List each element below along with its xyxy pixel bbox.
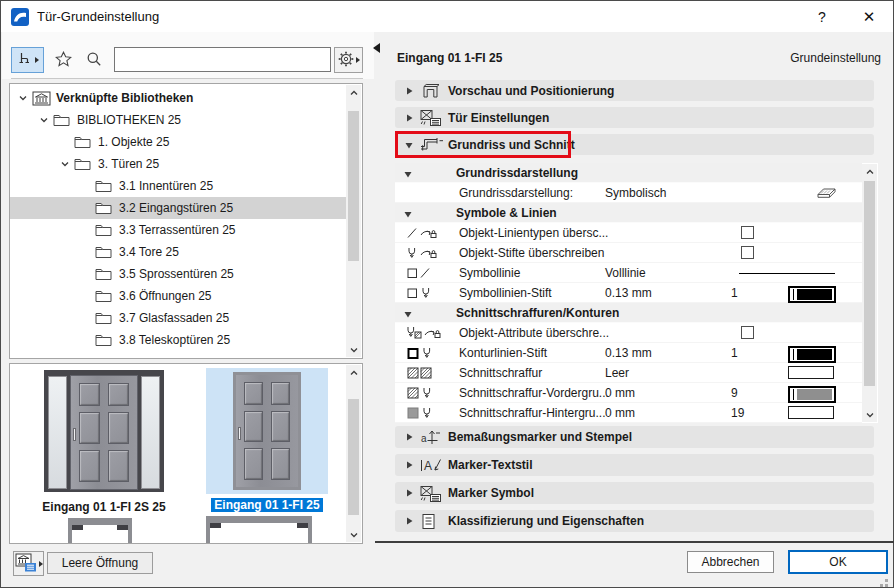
search-button[interactable] — [80, 47, 108, 73]
toolbar-separator — [11, 78, 363, 79]
load-library-button[interactable] — [13, 551, 44, 576]
thumbnail-door-selected[interactable]: Eingang 01 1-FI 25 — [192, 368, 342, 494]
attributes-override-icon — [407, 326, 449, 340]
tree-item-3-1-innentüren-25[interactable]: 3.1 Innentüren 25 — [10, 175, 346, 197]
scroll-down-icon[interactable] — [346, 527, 361, 542]
tree-item-3-6-öffnungen-25[interactable]: 3.6 Öffnungen 25 — [10, 285, 346, 307]
resize-grip-icon[interactable] — [885, 579, 888, 582]
checkbox[interactable] — [741, 246, 754, 259]
tree-item-3-3-terrassentüren-25[interactable]: 3.3 Terrassentüren 25 — [10, 219, 346, 241]
scrollbar-thumb[interactable] — [348, 111, 359, 261]
collapse-panel-icon[interactable] — [372, 42, 381, 54]
linetype-override-icon — [407, 226, 449, 240]
parameter-label: Grundrissdarstellung: — [459, 186, 573, 200]
cancel-button[interactable]: Abbrechen — [687, 551, 774, 573]
favorites-button[interactable] — [48, 47, 78, 73]
object-type-button[interactable] — [11, 47, 44, 73]
dropdown-arrow-icon — [35, 57, 39, 63]
parameter-row-symbollinie[interactable]: SymbollinieVolllinie — [395, 263, 862, 283]
thumbnail-partial[interactable] — [206, 516, 312, 544]
checkbox[interactable] — [741, 226, 754, 239]
checkbox[interactable] — [741, 326, 754, 339]
thumbnail-door-sidelights[interactable]: Eingang 01 1-FI 2S 25 — [22, 370, 186, 492]
pen-color-swatch[interactable] — [788, 386, 836, 403]
tree-scrollbar[interactable] — [346, 85, 361, 357]
search-input[interactable] — [114, 47, 331, 72]
chevron-down-icon[interactable] — [37, 113, 51, 127]
parameter-row-objekt-attribute-überschre[interactable]: Objekt-Attribute überschre... — [395, 323, 862, 343]
tree-item-3-7-glasfassaden-25[interactable]: 3.7 Glasfassaden 25 — [10, 307, 346, 329]
parameter-row-schnittschraffur[interactable]: SchnittschraffurLeer — [395, 363, 862, 383]
parameter-group-symbole-linien[interactable]: Symbole & Linien — [395, 203, 862, 223]
parameter-row-objekt-linientypen-übersc[interactable]: Objekt-Linientypen übersc... — [395, 223, 862, 243]
parameter-row-grundrissdarstellung[interactable]: Grundrissdarstellung:Symbolisch — [395, 183, 862, 203]
section-marker-textstil[interactable]: AMarker-Textstil — [395, 454, 874, 476]
chevron-down-icon[interactable] — [403, 309, 413, 319]
help-button[interactable]: ? — [805, 1, 839, 32]
parameter-value[interactable]: Volllinie — [605, 266, 646, 280]
thumbnail-scrollbar[interactable] — [346, 365, 361, 542]
parameter-group-schnittschraffuren-konturen[interactable]: Schnittschraffuren/Konturen — [395, 303, 862, 323]
settings-button[interactable] — [334, 47, 363, 73]
thumbnail-partial[interactable] — [68, 518, 132, 544]
footer-divider — [375, 541, 894, 543]
svg-text:a: a — [421, 433, 427, 444]
section-klassifizierung-und-eigenschaften[interactable]: Klassifizierung und Eigenschaften — [395, 510, 874, 532]
section-vorschau-und-positionierung[interactable]: Vorschau und Positionierung — [395, 80, 874, 101]
scrollbar-thumb[interactable] — [864, 181, 875, 386]
parameter-row-konturlinien-stift[interactable]: Konturlinien-Stift0.13 mm1 — [395, 343, 862, 363]
tree-item-3-4-tore-25[interactable]: 3.4 Tore 25 — [10, 241, 346, 263]
parameter-row-symbollinien-stift[interactable]: Symbollinien-Stift0.13 mm1 — [395, 283, 862, 303]
parameter-value[interactable]: 0 mm — [605, 406, 635, 420]
empty-opening-button[interactable]: Leere Öffnung — [47, 552, 153, 574]
line-sample[interactable] — [739, 273, 835, 274]
chevron-down-icon[interactable] — [403, 209, 413, 219]
chevron-down-icon[interactable] — [403, 169, 413, 179]
section-bemaßungsmarker-und-stempel[interactable]: aBemaßungsmarker und Stempel — [395, 426, 874, 448]
scrollbar-thumb[interactable] — [348, 399, 359, 515]
scroll-up-icon[interactable] — [346, 365, 361, 380]
tree-item-bibliotheken-25[interactable]: BIBLIOTHEKEN 25 — [10, 109, 346, 131]
marker-textstyle-icon: A — [420, 457, 444, 474]
chevron-down-icon[interactable] — [16, 91, 30, 105]
fill-swatch[interactable] — [788, 366, 834, 379]
library-tree: Verknüpfte BibliothekenBIBLIOTHEKEN 251.… — [9, 83, 363, 359]
parameter-value[interactable]: 0.13 mm — [605, 346, 652, 360]
tree-indent — [79, 245, 93, 259]
tree-item-verknüpfte-bibliotheken[interactable]: Verknüpfte Bibliotheken — [10, 87, 346, 109]
chevron-down-icon[interactable] — [58, 157, 72, 171]
close-button[interactable]: ✕ — [849, 1, 889, 32]
parameter-row-schnittschraffur-vordergru[interactable]: Schnittschraffur-Vordergru...0 mm9 — [395, 383, 862, 403]
tree-item-1-objekte-25[interactable]: 1. Objekte 25 — [10, 131, 346, 153]
section-label: Marker-Textstil — [448, 458, 532, 472]
parameter-label: Objekt-Linientypen übersc... — [459, 226, 608, 240]
parameter-scrollbar[interactable] — [862, 164, 877, 422]
floorplan-display-icon[interactable] — [815, 184, 839, 201]
scroll-up-icon[interactable] — [346, 85, 361, 100]
pen-color-swatch[interactable] — [788, 346, 836, 363]
section-marker-symbol[interactable]: Marker Symbol — [395, 482, 874, 504]
parameter-group-grundrissdarstellung[interactable]: Grundrissdarstellung — [395, 163, 862, 183]
scroll-down-icon[interactable] — [346, 342, 361, 357]
tree-item-label: 3.3 Terrassentüren 25 — [119, 223, 236, 237]
search-icon — [86, 51, 102, 70]
fill-swatch[interactable] — [788, 406, 834, 419]
parameter-group-label: Symbole & Linien — [456, 206, 557, 220]
section-tür-einstellungen[interactable]: Tür Einstellungen — [395, 107, 874, 128]
parameter-value[interactable]: Symbolisch — [605, 186, 666, 200]
scroll-up-icon[interactable] — [862, 164, 877, 179]
tree-item-3-8-teleskoptüren-25[interactable]: 3.8 Teleskoptüren 25 — [10, 329, 346, 351]
folder-icon — [95, 289, 114, 304]
ok-button[interactable]: OK — [788, 550, 888, 574]
parameter-value[interactable]: Leer — [605, 366, 629, 380]
pen-color-swatch[interactable] — [788, 286, 836, 303]
scroll-down-icon[interactable] — [862, 407, 877, 422]
tree-item-3-2-eingangstüren-25[interactable]: 3.2 Eingangstüren 25 — [10, 197, 346, 219]
section-grundriss-und-schnitt[interactable]: Grundriss und Schnitt — [395, 134, 874, 155]
tree-item-3-5-sprossentüren-25[interactable]: 3.5 Sprossentüren 25 — [10, 263, 346, 285]
tree-item-3-türen-25[interactable]: 3. Türen 25 — [10, 153, 346, 175]
parameter-value[interactable]: 0.13 mm — [605, 286, 652, 300]
parameter-value[interactable]: 0 mm — [605, 386, 635, 400]
parameter-row-schnittschraffur-hintergru[interactable]: Schnittschraffur-Hintergru...0 mm19 — [395, 403, 862, 423]
parameter-row-objekt-stifte-überschreiben[interactable]: Objekt-Stifte überschreiben — [395, 243, 862, 263]
